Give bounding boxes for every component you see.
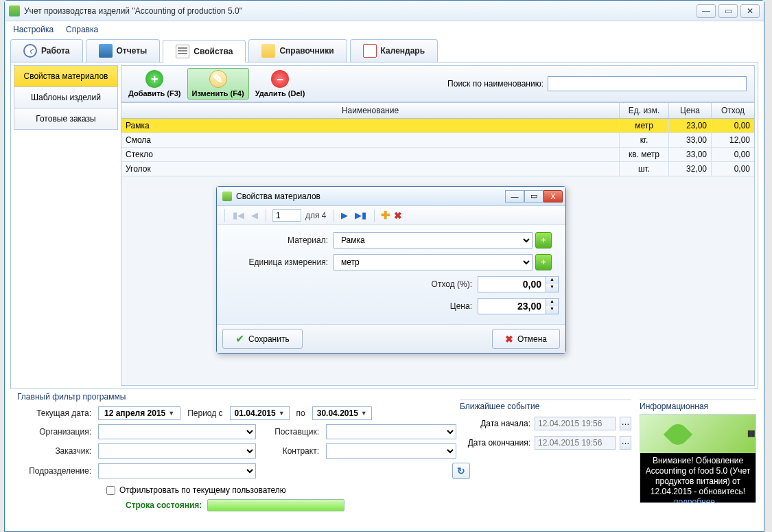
unit-select[interactable]: метр bbox=[334, 254, 533, 270]
event-end-input[interactable] bbox=[535, 436, 616, 450]
delete-button[interactable]: –Удалить (Del) bbox=[250, 68, 310, 100]
minus-icon: – bbox=[271, 70, 289, 88]
info-text: Внимание! Обновление Accounting of food … bbox=[640, 453, 756, 503]
chevron-down-icon: ▼ bbox=[361, 410, 367, 417]
save-button[interactable]: ✔Сохранить bbox=[222, 329, 303, 349]
check-icon: ✔ bbox=[235, 332, 244, 345]
event-start-browse[interactable]: … bbox=[620, 417, 631, 430]
status-label: Строка состояния: bbox=[126, 500, 202, 510]
material-label: Материал: bbox=[224, 235, 334, 245]
folder-icon bbox=[261, 44, 275, 58]
waste-input[interactable] bbox=[478, 276, 546, 292]
info-panel: ▮▮ Внимание! Обновление Accounting of fo… bbox=[640, 414, 756, 503]
waste-label: Отход (%): bbox=[432, 279, 478, 289]
chevron-down-icon: ▼ bbox=[168, 410, 174, 417]
cancel-button[interactable]: ✖Отмена bbox=[492, 329, 560, 349]
event-start-input[interactable] bbox=[535, 417, 616, 430]
dialog-icon bbox=[222, 192, 232, 201]
minimize-button[interactable]: — bbox=[697, 4, 716, 18]
customer-combo[interactable] bbox=[98, 443, 256, 459]
maximize-button[interactable]: ▭ bbox=[718, 4, 738, 18]
dialog-minimize-button[interactable]: — bbox=[505, 190, 524, 203]
status-bar bbox=[207, 499, 344, 511]
supplier-label: Поставщик: bbox=[263, 427, 319, 437]
cancel-icon: ✖ bbox=[505, 334, 513, 345]
period-to-label: по bbox=[296, 408, 305, 418]
pause-icon[interactable]: ▮▮ bbox=[747, 428, 754, 438]
tab-properties[interactable]: Свойства bbox=[163, 40, 246, 62]
customer-label: Заказчик: bbox=[17, 446, 91, 456]
nav-prev-icon[interactable]: ◀ bbox=[250, 210, 259, 220]
edit-icon: ✎ bbox=[209, 70, 227, 88]
unit-add-button[interactable]: + bbox=[535, 254, 552, 270]
event-end-label: Дата окончания: bbox=[460, 438, 530, 448]
clipboard-icon bbox=[176, 45, 189, 58]
filter-by-user-label: Отфильтровать по текущему пользователю bbox=[119, 485, 286, 495]
sidebar-item-orders[interactable]: Готовые заказы bbox=[14, 108, 118, 130]
add-button[interactable]: +Добавить (F3) bbox=[124, 68, 186, 100]
tab-calendar[interactable]: Календарь bbox=[350, 39, 438, 62]
info-legend: Информационная bbox=[640, 402, 756, 411]
window-title: Учет производства изделий "Accounting of… bbox=[24, 6, 242, 16]
chevron-down-icon: ▼ bbox=[279, 410, 285, 417]
subdiv-label: Подразделение: bbox=[17, 466, 91, 476]
nav-first-icon[interactable]: ▮◀ bbox=[231, 210, 246, 220]
tab-reports[interactable]: Отчеты bbox=[86, 39, 161, 62]
calendar-icon bbox=[363, 44, 377, 58]
event-start-label: Дата начала: bbox=[460, 419, 530, 428]
col-unit[interactable]: Ед. изм. bbox=[620, 103, 669, 118]
menu-help[interactable]: Справка bbox=[66, 25, 98, 34]
menu-settings[interactable]: Настройка bbox=[13, 25, 54, 34]
filter-legend: Главный фильтр программы bbox=[17, 392, 470, 404]
col-waste[interactable]: Отход bbox=[712, 103, 754, 118]
cur-date-picker[interactable]: 12 апреля 2015▼ bbox=[98, 406, 180, 420]
nav-of-label: для 4 bbox=[305, 211, 327, 220]
org-combo[interactable] bbox=[98, 424, 256, 439]
event-end-browse[interactable]: … bbox=[620, 436, 631, 450]
supplier-combo[interactable] bbox=[326, 424, 456, 439]
period-from-picker[interactable]: 01.04.2015▼ bbox=[230, 406, 290, 420]
search-input[interactable] bbox=[548, 76, 747, 91]
subdiv-combo[interactable] bbox=[98, 463, 256, 478]
nav-position-input[interactable] bbox=[272, 209, 301, 222]
nav-last-icon[interactable]: ▶▮ bbox=[353, 210, 368, 220]
table-row[interactable]: Уголокшт.32,000,00 bbox=[121, 162, 754, 176]
chart-icon bbox=[99, 44, 113, 58]
titlebar: Учет производства изделий "Accounting of… bbox=[5, 1, 764, 21]
cur-date-label: Текущая дата: bbox=[17, 408, 91, 418]
period-label: Период с bbox=[187, 408, 222, 418]
tab-work[interactable]: Работа bbox=[10, 39, 83, 62]
table-row[interactable]: Стеклокв. метр33,000,00 bbox=[121, 148, 754, 162]
plus-icon: + bbox=[145, 70, 163, 88]
contract-combo[interactable] bbox=[326, 443, 456, 459]
menubar: Настройка Справка bbox=[5, 21, 764, 38]
info-more-link[interactable]: подробнее... bbox=[674, 497, 722, 503]
clock-icon bbox=[23, 44, 37, 58]
price-input[interactable] bbox=[478, 298, 546, 314]
nav-add-icon[interactable]: ✚ bbox=[381, 209, 390, 222]
dialog-maximize-button[interactable]: ▭ bbox=[524, 190, 543, 203]
price-spinner[interactable]: ▲▼ bbox=[546, 298, 559, 314]
col-name[interactable]: Наименование bbox=[121, 103, 620, 118]
dialog-close-button[interactable]: X bbox=[543, 190, 563, 203]
material-props-dialog: Свойства материалов — ▭ X ▮◀ ◀ для 4 ▶ ▶… bbox=[216, 186, 566, 354]
table-row[interactable]: Рамкаметр23,000,00 bbox=[121, 119, 754, 133]
col-price[interactable]: Цена bbox=[669, 103, 712, 118]
filter-by-user-checkbox[interactable] bbox=[106, 486, 115, 495]
edit-button[interactable]: ✎Изменить (F4) bbox=[187, 68, 249, 100]
nav-next-icon[interactable]: ▶ bbox=[340, 210, 349, 220]
table-row[interactable]: Смолакг.33,0012,00 bbox=[121, 133, 754, 148]
nav-delete-icon[interactable]: ✖ bbox=[394, 210, 402, 221]
refresh-button[interactable]: ↻ bbox=[452, 463, 470, 479]
close-button[interactable]: ✕ bbox=[740, 4, 760, 18]
sidebar-item-templates[interactable]: Шаблоны изделий bbox=[14, 86, 118, 108]
unit-label: Единица измерения: bbox=[224, 257, 334, 267]
material-add-button[interactable]: + bbox=[535, 232, 552, 248]
waste-spinner[interactable]: ▲▼ bbox=[546, 276, 559, 292]
material-select[interactable]: Рамка bbox=[334, 232, 533, 248]
period-to-picker[interactable]: 30.04.2015▼ bbox=[312, 406, 372, 420]
sidebar-item-material-props[interactable]: Свойства материалов bbox=[14, 65, 118, 87]
search-label: Поиск по наименованию: bbox=[447, 79, 543, 89]
tab-directories[interactable]: Справочники bbox=[248, 39, 347, 62]
dialog-title: Свойства материалов bbox=[236, 192, 320, 201]
